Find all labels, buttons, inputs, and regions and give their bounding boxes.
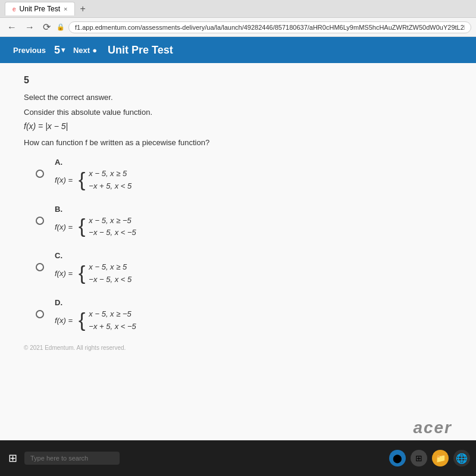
option-b-eq: f(x) = — [55, 223, 73, 231]
option-b-brace: { — [79, 215, 85, 236]
taskbar-icons: ⬤ ⊞ 📁 🌐 — [389, 450, 470, 466]
radio-a-container — [36, 168, 44, 178]
app-toolbar: Previous 5 ▾ Next ● Unit Pre Test — [0, 37, 476, 63]
content-area: 5 Select the correct answer. Consider th… — [0, 63, 476, 440]
taskbar-search[interactable] — [24, 452, 120, 465]
option-c-eq: f(x) = — [55, 269, 73, 278]
option-a-eq: f(x) = — [55, 176, 73, 184]
tab-close-button[interactable]: × — [64, 5, 67, 12]
start-button[interactable]: ⊞ — [6, 449, 20, 467]
next-label: Next — [73, 46, 90, 55]
address-bar: ← → ⟳ 🔒 — [0, 18, 476, 37]
toolbar-title: Unit Pre Test — [103, 44, 173, 57]
option-d-label: D. — [55, 298, 136, 307]
footer-text: © 2021 Edmentum. All rights reserved. — [24, 345, 452, 351]
radio-c[interactable] — [36, 263, 44, 271]
radio-b-container — [36, 215, 44, 225]
taskbar-icon-circle: ⬤ — [389, 450, 406, 466]
tab-title: Unit Pre Test — [20, 5, 60, 13]
option-c-line1: x − 5, x ≥ 5 — [89, 261, 131, 274]
forward-button[interactable]: → — [23, 21, 37, 34]
acer-logo: acer — [413, 418, 452, 437]
browser-window: e Unit Pre Test × + ← → ⟳ 🔒 Previous 5 ▾… — [0, 0, 476, 440]
address-input[interactable] — [68, 21, 471, 33]
option-c[interactable]: C. f(x) = { x − 5, x ≥ 5 −x − 5, x < 5 — [36, 251, 452, 286]
function-expression: f(x) = |x − 5| — [24, 121, 452, 131]
option-c-line2: −x − 5, x < 5 — [89, 274, 131, 286]
taskbar-icon-chrome: 🌐 — [453, 450, 470, 466]
new-tab-button[interactable]: + — [75, 4, 90, 14]
option-b-line1: x − 5, x ≥ −5 — [89, 215, 136, 227]
next-icon: ● — [92, 46, 97, 55]
instruction-text: Select the correct answer. — [24, 93, 452, 102]
radio-c-container — [36, 262, 44, 271]
option-c-label: C. — [55, 251, 131, 260]
question-number: 5 — [24, 75, 452, 86]
option-b[interactable]: B. f(x) = { x − 5, x ≥ −5 −x − 5, x < −5 — [36, 205, 452, 240]
option-b-lines: x − 5, x ≥ −5 −x − 5, x < −5 — [89, 215, 136, 240]
option-d-line2: −x + 5, x < −5 — [89, 321, 136, 333]
option-d-line1: x − 5, x ≥ −5 — [89, 308, 136, 321]
option-b-line2: −x − 5, x < −5 — [89, 227, 136, 239]
option-d-brace: { — [79, 309, 85, 330]
option-d-eq: f(x) = — [55, 316, 73, 325]
question-number-selector[interactable]: 5 ▾ — [52, 44, 67, 57]
chevron-down-icon: ▾ — [61, 46, 65, 54]
radio-d-container — [36, 309, 44, 318]
radio-b[interactable] — [36, 217, 44, 225]
lock-icon: 🔒 — [57, 23, 65, 31]
reload-button[interactable]: ⟳ — [40, 20, 53, 34]
taskbar-icon-grid: ⊞ — [411, 450, 427, 466]
prev-label: Previous — [13, 46, 46, 55]
taskbar-icon-folder: 📁 — [432, 450, 449, 466]
option-d[interactable]: D. f(x) = { x − 5, x ≥ −5 −x + 5, x < −5 — [36, 298, 452, 333]
option-c-lines: x − 5, x ≥ 5 −x − 5, x < 5 — [89, 261, 131, 286]
tab-favicon: e — [12, 6, 16, 12]
radio-a[interactable] — [36, 170, 44, 178]
taskbar: ⊞ ⬤ ⊞ 📁 🌐 — [0, 440, 476, 476]
option-a-brace: { — [79, 169, 85, 189]
option-b-label: B. — [55, 205, 136, 214]
back-button[interactable]: ← — [5, 21, 19, 34]
option-a[interactable]: A. f(x) = { x − 5, x ≥ 5 −x + 5, x < 5 — [36, 158, 452, 193]
how-text: How can function f be written as a piece… — [24, 138, 452, 147]
option-a-line2: −x + 5, x < 5 — [89, 180, 131, 193]
option-c-brace: { — [79, 262, 85, 283]
radio-d[interactable] — [36, 310, 44, 318]
option-a-line1: x − 5, x ≥ 5 — [89, 168, 131, 180]
tab-bar: e Unit Pre Test × + — [0, 0, 476, 18]
previous-button[interactable]: Previous — [7, 41, 52, 60]
option-a-lines: x − 5, x ≥ 5 −x + 5, x < 5 — [89, 168, 131, 193]
active-tab[interactable]: e Unit Pre Test × — [5, 2, 75, 15]
question-description: Consider this absolute value function. — [24, 108, 452, 117]
question-num-value: 5 — [54, 44, 60, 57]
answer-options: A. f(x) = { x − 5, x ≥ 5 −x + 5, x < 5 — [36, 158, 452, 333]
option-a-label: A. — [55, 158, 131, 167]
next-button[interactable]: Next ● — [67, 41, 103, 60]
option-d-lines: x − 5, x ≥ −5 −x + 5, x < −5 — [89, 308, 136, 333]
